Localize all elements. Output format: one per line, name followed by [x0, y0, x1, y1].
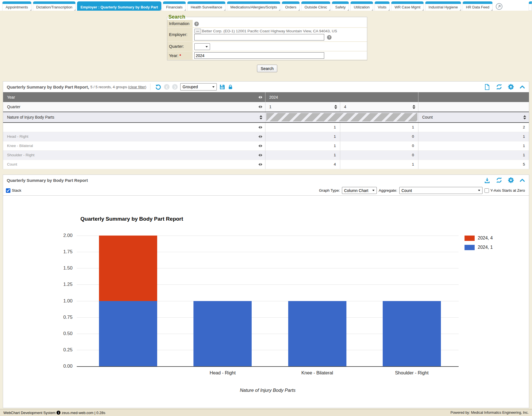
save-icon[interactable]: [219, 84, 225, 90]
yaxis-zero-checkbox[interactable]: [484, 188, 489, 193]
search-button[interactable]: Search: [257, 65, 277, 72]
quarter-select[interactable]: [194, 43, 210, 50]
quarter-4-column: 4: [344, 105, 346, 109]
quarter-header-row: Quarter 1 4: [3, 102, 529, 112]
tab-outside-clinic[interactable]: Outside Clinic: [301, 1, 330, 11]
row-label: Knee - Bilateral: [7, 144, 33, 148]
graph-type-select[interactable]: Column Chart: [342, 187, 377, 194]
cell-count: 5: [418, 162, 529, 166]
stack-toggle[interactable]: Stack: [6, 188, 21, 193]
year-header-row: Year 2024: [3, 92, 529, 102]
table-row: Shoulder - Right101: [3, 150, 529, 160]
sort-icon[interactable]: [260, 115, 262, 119]
lock-icon[interactable]: [228, 84, 233, 90]
quarter-label: Quarter:: [167, 42, 193, 51]
cell-count: 1: [418, 134, 529, 139]
quarter-1-column: 1: [269, 105, 272, 109]
column-resize-icon[interactable]: [258, 154, 262, 157]
tab-wr-case-mgmt[interactable]: WR Case Mgmt: [391, 1, 424, 11]
yaxis-zero-toggle[interactable]: Y-Axis Starts at Zero: [484, 188, 525, 193]
y-tick-label: 1.25: [52, 282, 73, 287]
row-label: Head - Right: [7, 134, 28, 139]
row-label: Count: [7, 162, 17, 166]
tab-health-surveillance[interactable]: Health Surveillance: [187, 1, 226, 11]
column-resize-icon[interactable]: [258, 144, 262, 147]
information-label: Information: [167, 20, 193, 28]
bar-segment: [193, 301, 252, 367]
tab-medications-allergies-scripts[interactable]: Medications/Allergies/Scripts: [227, 1, 280, 11]
chart-title: Quarterly Summary by Body Part Report: [80, 216, 183, 222]
grid-record-count: 5 / 5 records, 4 groups (clear filter): [91, 85, 146, 89]
tab-hr-data-feed[interactable]: HR Data Feed: [463, 1, 493, 11]
collapse-panel-icon[interactable]: [519, 177, 525, 183]
next-page-icon[interactable]: ❯: [172, 84, 178, 90]
body-part-header-row: Nature of Injury Body Parts Count: [3, 112, 529, 123]
tab-appointments[interactable]: Appointments: [2, 1, 31, 11]
undo-icon[interactable]: [155, 84, 161, 90]
bar-segment: [383, 301, 441, 367]
collapse-panel-icon[interactable]: [519, 84, 525, 90]
y-tick-label: 0.75: [52, 315, 73, 320]
tab-utilization[interactable]: Utilization: [350, 1, 373, 11]
column-resize-icon[interactable]: [258, 105, 262, 108]
tab-financials[interactable]: Financials: [163, 1, 186, 11]
bar-segment: [99, 236, 157, 301]
tab-orders[interactable]: Orders: [282, 1, 300, 11]
sort-icon[interactable]: [523, 115, 526, 119]
table-row: Count415: [3, 160, 529, 169]
tab-dictation-transcription[interactable]: Dictation/Transcription: [33, 1, 76, 11]
nature-header-label: Nature of Injury Body Parts: [7, 115, 54, 119]
prev-page-icon[interactable]: ❮: [164, 84, 170, 90]
legend-swatch: [465, 245, 475, 250]
tab-employer-quarterly-summary-by-body-part[interactable]: Employer : Quarterly Summary by Body Par…: [77, 1, 161, 11]
column-resize-icon[interactable]: [258, 163, 262, 166]
column-resize-icon[interactable]: [258, 126, 262, 129]
external-link-icon: [495, 3, 503, 10]
cell-count: 1: [418, 153, 529, 157]
help-icon[interactable]: ?: [194, 22, 199, 26]
tab-overflow-button[interactable]: [494, 2, 504, 11]
new-document-icon[interactable]: [484, 84, 490, 90]
cell-q1: 1: [265, 134, 340, 139]
aggregate-select[interactable]: Count: [399, 187, 483, 194]
legend-label: 2024, 1: [478, 245, 493, 250]
column-chart: Quarterly Summary by Body Part Report Na…: [3, 196, 529, 408]
x-axis-title: Nature of Injury Body Parts: [209, 388, 327, 393]
tab-industrial-hygiene[interactable]: Industrial Hygiene: [425, 1, 461, 11]
employer-input[interactable]: [194, 34, 324, 40]
webchart-app: AppointmentsDictation/TranscriptionEmplo…: [0, 0, 532, 416]
gear-icon[interactable]: [508, 84, 514, 90]
gear-icon[interactable]: [508, 177, 514, 183]
x-tick-label: Shoulder - Right: [365, 370, 458, 376]
employer-collapse-button[interactable]: —: [194, 29, 201, 33]
y-tick-label: 0.00: [52, 363, 73, 369]
refresh-icon[interactable]: [496, 83, 502, 90]
tab-safety[interactable]: Safety: [332, 1, 349, 11]
year-input[interactable]: [194, 52, 324, 59]
sort-icon[interactable]: [412, 105, 415, 109]
quarter-header-label: Quarter: [7, 105, 20, 109]
column-resize-icon[interactable]: [258, 96, 262, 99]
year-header-value: 2024: [269, 95, 278, 100]
sort-icon[interactable]: [334, 105, 337, 109]
cell-q4: 1: [340, 162, 418, 166]
tab-visits[interactable]: Visits: [375, 1, 390, 11]
cell-count: 2: [418, 125, 529, 129]
stack-checkbox[interactable]: [6, 188, 10, 193]
hatched-filler: [266, 113, 417, 121]
grid-panel-title: Quarterly Summary by Body Part Report,: [7, 85, 89, 89]
clear-filter-link[interactable]: clear filter: [129, 85, 145, 89]
info-icon[interactable]: i: [57, 411, 60, 415]
download-icon[interactable]: [484, 177, 490, 184]
column-resize-icon[interactable]: [258, 135, 262, 138]
cell-count: 1: [418, 144, 529, 148]
count-header-label: Count: [422, 115, 433, 119]
search-legend: Search: [168, 14, 186, 20]
report-chart-panel: Quarterly Summary by Body Part Report: [3, 175, 529, 408]
view-mode-select[interactable]: Grouped: [180, 83, 217, 91]
refresh-icon[interactable]: [496, 177, 502, 184]
report-grid-panel: Quarterly Summary by Body Part Report, 5…: [3, 81, 529, 169]
tab-partial[interactable]: [529, 1, 532, 11]
help-icon[interactable]: ?: [327, 35, 332, 40]
row-label: Shoulder - Right: [7, 153, 35, 157]
